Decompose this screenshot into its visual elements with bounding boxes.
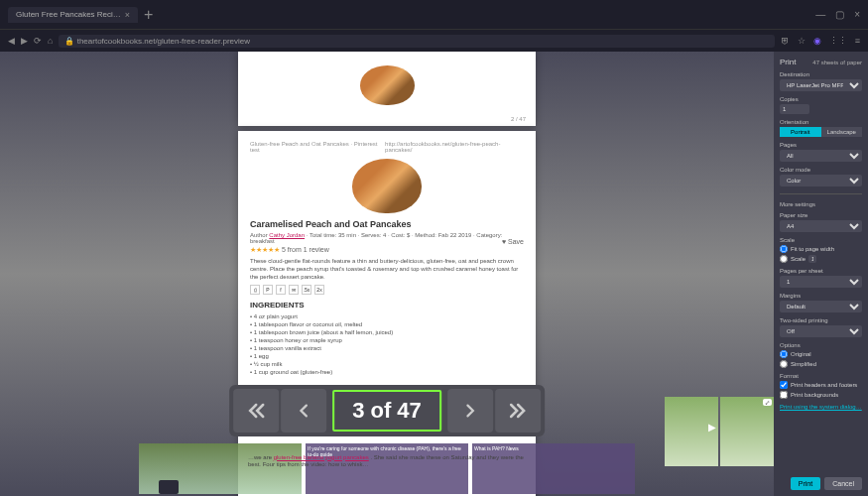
print-button[interactable]: Print — [791, 477, 820, 490]
orientation-toggle: Portrait Landscape — [780, 127, 862, 137]
list-item: 1 teaspoon honey or maple syrup — [250, 336, 524, 344]
scale-double[interactable]: 2x — [314, 285, 324, 295]
expand-icon[interactable]: ⤢ — [763, 399, 772, 406]
ad-card[interactable]: What is PAH? News — [472, 443, 635, 494]
format-label: Format — [780, 373, 862, 379]
back-icon[interactable]: ◀ — [8, 36, 15, 46]
print-settings-panel: Print 47 sheets of paper Destination HP … — [774, 52, 868, 496]
destination-label: Destination — [780, 71, 862, 77]
minimize-icon[interactable]: — — [815, 9, 825, 20]
browser-tab[interactable]: Gluten Free Pancakes Reci… × — [8, 7, 138, 23]
print-title: Print — [780, 58, 796, 66]
sheet-count: 47 sheets of paper — [812, 60, 862, 65]
pps-label: Pages per sheet — [780, 268, 862, 274]
page-header-left: Gluten-free Peach and Oat Pancakes · Pin… — [250, 141, 385, 153]
copies-input[interactable] — [780, 104, 809, 114]
extensions-icon[interactable]: ⋮⋮ — [829, 36, 847, 46]
margins-select[interactable]: Default — [780, 301, 862, 312]
scale-label: Scale — [780, 237, 862, 243]
chevron-double-left-icon — [246, 401, 266, 421]
opt-original-radio[interactable] — [780, 350, 788, 358]
list-item: 1 tablespoon flavor or coconut oil, melt… — [250, 320, 524, 328]
colormode-label: Color mode — [780, 167, 862, 173]
chevron-double-right-icon — [508, 401, 528, 421]
share-mail-icon[interactable]: ✉ — [289, 285, 299, 295]
list-item: 4 oz plain yogurt — [250, 312, 524, 320]
recipe-title: Caramelised Peach and Oat Pancakes — [250, 219, 524, 229]
list-item: 1 cup ground oat (gluten-free) — [250, 368, 524, 376]
prev-page-button[interactable] — [281, 389, 326, 433]
list-item: 1 egg — [250, 352, 524, 360]
more-settings-label[interactable]: More settings — [780, 201, 862, 207]
copies-label: Copies — [780, 96, 862, 102]
forward-icon[interactable]: ▶ — [21, 36, 28, 46]
background-article-text: …we are gluten-free banana yogurt pancak… — [248, 454, 526, 468]
last-page-button[interactable] — [495, 389, 541, 433]
url-text: theartofcookbooks.net/gluten-free-reader… — [77, 37, 250, 46]
first-page-button[interactable] — [233, 389, 279, 433]
scale-fit-radio[interactable] — [780, 245, 788, 253]
recipe-image — [360, 65, 415, 105]
ad-card[interactable]: If you're caring for someone with chroni… — [306, 443, 468, 494]
browser-tab-bar: Gluten Free Pancakes Reci… × + — ▢ × — [0, 0, 868, 30]
reload-icon[interactable]: ⟳ — [34, 36, 42, 46]
opt-simplified-radio[interactable] — [780, 360, 788, 368]
print-preview-viewport: 2 / 47 Gluten-free Peach and Oat Pancake… — [0, 52, 774, 496]
save-button[interactable]: ♥ Save — [502, 238, 524, 245]
ingredients-heading: Ingredients — [250, 301, 524, 310]
new-tab-button[interactable]: + — [144, 6, 153, 24]
account-icon[interactable]: ◉ — [813, 36, 821, 46]
shield-icon[interactable]: ⛨ — [781, 36, 790, 46]
next-page-button[interactable] — [447, 389, 493, 433]
scale-half[interactable]: .5x — [302, 285, 311, 295]
portrait-option[interactable]: Portrait — [780, 127, 821, 137]
list-item: 1 tablespoon brown juice (about a half l… — [250, 328, 524, 336]
background-ads: If you're caring for someone with chroni… — [0, 441, 774, 496]
page-number: 2 / 47 — [511, 116, 526, 122]
share-print-icon[interactable]: ⎙ — [250, 285, 260, 295]
pages-label: Pages — [780, 142, 862, 148]
rating: ★★★★★ 5 from 1 review — [250, 246, 524, 254]
url-bar-row: ◀ ▶ ⟳ ⌂ 🔒 theartofcookbooks.net/gluten-f… — [0, 30, 868, 52]
preview-page-prev: 2 / 47 — [238, 52, 536, 126]
headers-checkbox[interactable] — [780, 381, 788, 389]
chevron-right-icon — [461, 402, 479, 420]
pagination-toolbar: 3 of 47 — [229, 385, 545, 436]
scale-custom-radio[interactable] — [780, 255, 788, 263]
menu-icon[interactable]: ≡ — [855, 36, 860, 46]
scale-value-input[interactable] — [808, 255, 816, 263]
landscape-option[interactable]: Landscape — [821, 127, 863, 137]
system-dialog-link[interactable]: Print using the system dialog… — [780, 404, 862, 410]
pps-select[interactable]: 1 — [780, 276, 862, 288]
papersize-select[interactable]: A4 — [780, 220, 862, 232]
recipe-hero-image — [352, 159, 422, 213]
page-indicator: 3 of 47 — [332, 390, 441, 432]
chevron-left-icon — [295, 402, 312, 420]
options-label: Options — [780, 342, 862, 348]
close-icon[interactable]: × — [125, 10, 130, 20]
share-pin-icon[interactable]: P — [263, 285, 273, 295]
recipe-description: These cloud-gentle flat-rounds feature a… — [250, 258, 524, 281]
destination-select[interactable]: HP LaserJet Pro MFP M… — [780, 79, 862, 91]
twosided-select[interactable]: Off — [780, 325, 862, 337]
margins-label: Margins — [780, 293, 862, 299]
inline-link[interactable]: gluten-free banana yogurt pancakes — [274, 454, 369, 460]
maximize-icon[interactable]: ▢ — [835, 9, 844, 20]
url-input[interactable]: 🔒 theartofcookbooks.net/gluten-free-read… — [59, 35, 774, 48]
pages-select[interactable]: All — [780, 150, 862, 162]
cancel-button[interactable]: Cancel — [824, 477, 862, 490]
close-window-icon[interactable]: × — [854, 9, 860, 20]
papersize-label: Paper size — [780, 212, 862, 218]
play-icon: ▶ — [708, 422, 716, 433]
share-fb-icon[interactable]: f — [276, 285, 286, 295]
window-controls: — ▢ × — [815, 9, 860, 20]
star-icon[interactable]: ☆ — [798, 36, 806, 46]
tab-title: Gluten Free Pancakes Reci… — [16, 10, 121, 19]
taskbar-indicator[interactable] — [159, 480, 179, 494]
home-icon[interactable]: ⌂ — [48, 36, 53, 46]
colormode-select[interactable]: Color — [780, 175, 862, 186]
review-count: 5 from 1 review — [282, 246, 329, 253]
page-header-right: http://artofcookbooks.net/gluten-free-pe… — [385, 141, 524, 153]
recipe-meta: Author Cathy Jordan · Total time: 35 min… — [250, 232, 524, 244]
backgrounds-checkbox[interactable] — [780, 391, 788, 399]
